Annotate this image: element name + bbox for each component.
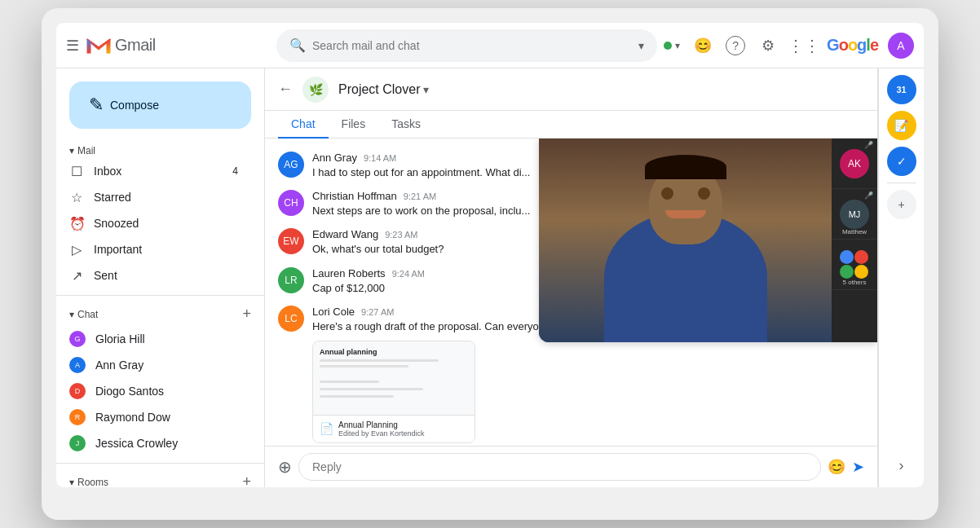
video-participant-2-matthew: MJ 🎤 Matthew	[832, 189, 877, 240]
send-button[interactable]: ➤	[852, 458, 864, 476]
inbox-label: Inbox	[94, 165, 121, 178]
topbar: ☰	[56, 23, 924, 68]
tab-chat[interactable]: Chat	[278, 111, 329, 139]
notes-icon-button[interactable]: 📝	[887, 111, 916, 140]
inbox-icon: ☐	[69, 164, 84, 179]
others-container	[840, 250, 869, 279]
calendar-icon-button[interactable]: 31	[887, 75, 916, 104]
rooms-section-header[interactable]: ▾ Rooms +	[56, 470, 264, 487]
status-indicator[interactable]: ▾	[664, 40, 680, 51]
starred-icon: ☆	[69, 190, 84, 205]
sidebar-item-raymond[interactable]: R Raymond Dow	[56, 404, 251, 430]
search-input[interactable]	[312, 39, 632, 52]
person-hair	[645, 155, 726, 179]
video-participant-1: AK 🎤	[832, 139, 877, 189]
settings-button[interactable]: ⚙	[755, 33, 781, 59]
sidebar-item-inbox[interactable]: ☐ Inbox 4	[56, 158, 251, 184]
participant-1-mute-icon: 🎤	[864, 141, 873, 149]
room-name-text: Project Clover	[338, 82, 420, 97]
gmail-m-icon	[86, 36, 112, 55]
reply-input[interactable]	[298, 453, 821, 481]
chat-panel: ← 🌿 Project Clover ▾ Chat Files Tasks	[265, 68, 878, 487]
inbox-badge: 4	[232, 165, 238, 177]
snoozed-icon: ⏰	[69, 216, 84, 231]
person-head	[649, 163, 722, 244]
sidebar: ✎ Compose ▾ Mail ☐ Inbox 4 ☆ Starred	[56, 68, 265, 487]
add-chat-button[interactable]: +	[242, 306, 251, 323]
msg-time: 9:23 AM	[385, 230, 417, 240]
user-avatar[interactable]: A	[888, 33, 914, 59]
menu-icon[interactable]: ☰	[66, 37, 79, 55]
other-avatar-4	[854, 265, 868, 279]
topbar-left: ☰	[66, 36, 270, 55]
sidebar-item-ann[interactable]: A Ann Gray	[56, 352, 251, 378]
msg-time: 9:21 AM	[404, 191, 436, 201]
sidebar-item-starred[interactable]: ☆ Starred	[56, 184, 251, 210]
expand-sidebar-icon[interactable]: ›	[899, 457, 904, 474]
person-mouth	[665, 210, 706, 218]
snoozed-label: Snoozed	[94, 217, 139, 230]
other-avatar-1	[840, 250, 854, 264]
search-icon: 🔍	[289, 37, 306, 53]
compose-button[interactable]: ✎ Compose	[69, 81, 251, 129]
topbar-right: ▾ 😊 ? ⚙ ⋮⋮ Google A	[664, 33, 914, 59]
gloria-label: Gloria Hill	[95, 332, 145, 345]
tab-files[interactable]: Files	[329, 111, 379, 139]
tasks-icon-button[interactable]: ✓	[887, 147, 916, 176]
mail-caret-icon: ▾	[69, 145, 74, 156]
jessica-label: Jessica Crowley	[95, 437, 178, 450]
add-attachment-button[interactable]: ⊕	[278, 457, 292, 477]
sent-icon: ↗	[69, 268, 84, 284]
avatar: EW	[278, 228, 304, 254]
add-app-button[interactable]: +	[887, 190, 916, 219]
emoji-picker-button[interactable]: 😊	[828, 458, 845, 476]
sidebar-item-important[interactable]: ▷ Important	[56, 236, 251, 262]
document-attachment[interactable]: Annual planning	[312, 341, 475, 443]
sidebar-item-diogo[interactable]: D Diogo Santos	[56, 378, 251, 404]
others-avatars	[840, 250, 869, 279]
back-button[interactable]: ←	[278, 81, 293, 98]
sidebar-item-jessica[interactable]: J Jessica Crowley	[56, 430, 251, 456]
right-sidebar: 31 📝 ✓ + ›	[878, 68, 924, 487]
sidebar-bottom: ›	[899, 457, 904, 481]
diogo-avatar: D	[69, 383, 86, 399]
gmail-text: Gmail	[115, 36, 156, 55]
msg-time: 9:14 AM	[364, 153, 396, 163]
search-bar[interactable]: 🔍 ▾	[276, 29, 657, 62]
other-avatar-2	[854, 250, 868, 264]
help-button[interactable]: ?	[726, 36, 745, 55]
ann-label: Ann Gray	[95, 359, 143, 372]
avatar: LR	[278, 267, 304, 293]
others-count-label: 5 others	[843, 279, 867, 286]
person-container	[588, 147, 784, 342]
video-call-overlay: AK 🎤 MJ 🎤 Matthew	[539, 139, 877, 342]
video-strip: AK 🎤 MJ 🎤 Matthew	[832, 139, 877, 342]
avatar: AG	[278, 152, 304, 178]
add-room-button[interactable]: +	[242, 473, 251, 487]
content-area: ← 🌿 Project Clover ▾ Chat Files Tasks	[265, 68, 924, 487]
compose-plus-icon: ✎	[89, 95, 104, 116]
apps-button[interactable]: ⋮⋮	[791, 33, 817, 59]
starred-label: Starred	[94, 191, 131, 204]
rooms-caret-icon: ▾	[69, 477, 74, 488]
msg-sender: Lauren Roberts	[312, 267, 386, 279]
sidebar-item-snoozed[interactable]: ⏰ Snoozed	[56, 210, 251, 236]
sidebar-item-sent[interactable]: ↗ Sent	[56, 262, 251, 288]
doc-preview-line-4	[320, 388, 423, 390]
participant-1-avatar: AK	[840, 149, 869, 178]
status-dropdown[interactable]: ▾	[675, 40, 680, 51]
doc-preview-line-3	[320, 381, 379, 383]
chat-header: ← 🌿 Project Clover ▾	[265, 68, 877, 111]
chat-section-header[interactable]: ▾ Chat +	[56, 302, 264, 326]
ann-avatar: A	[69, 357, 86, 373]
avatar: CH	[278, 190, 304, 216]
sent-label: Sent	[94, 269, 117, 282]
compose-label: Compose	[110, 99, 159, 112]
chat-messages-area: AG Ann Gray 9:14 AM I had to step out fo…	[265, 139, 877, 446]
search-dropdown-icon[interactable]: ▾	[638, 39, 644, 52]
room-name-dropdown[interactable]: ▾	[423, 83, 429, 96]
doc-preview-line-5	[320, 395, 394, 398]
sidebar-item-gloria[interactable]: G Gloria Hill	[56, 326, 251, 352]
tab-tasks[interactable]: Tasks	[378, 111, 434, 139]
emoji-button[interactable]: 😊	[690, 33, 716, 59]
